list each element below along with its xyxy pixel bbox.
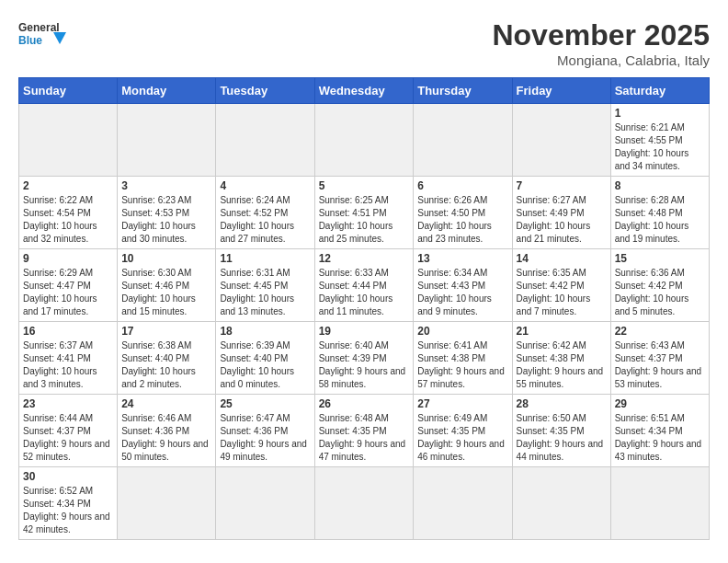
calendar-cell: 28Sunrise: 6:50 AM Sunset: 4:35 PM Dayli… bbox=[512, 395, 610, 467]
calendar-cell bbox=[512, 104, 610, 177]
calendar-week-row: 30Sunrise: 6:52 AM Sunset: 4:34 PM Dayli… bbox=[19, 467, 710, 540]
calendar-cell: 13Sunrise: 6:34 AM Sunset: 4:43 PM Dayli… bbox=[414, 249, 512, 322]
logo-icon: GeneralBlue bbox=[18, 18, 69, 57]
day-number: 10 bbox=[121, 252, 211, 265]
day-info: Sunrise: 6:38 AM Sunset: 4:40 PM Dayligh… bbox=[121, 339, 211, 391]
calendar-cell: 2Sunrise: 6:22 AM Sunset: 4:54 PM Daylig… bbox=[19, 177, 118, 249]
calendar-cell: 17Sunrise: 6:38 AM Sunset: 4:40 PM Dayli… bbox=[118, 322, 216, 395]
day-number: 13 bbox=[417, 252, 507, 265]
day-info: Sunrise: 6:46 AM Sunset: 4:36 PM Dayligh… bbox=[121, 412, 211, 464]
calendar-cell bbox=[414, 467, 512, 540]
day-number: 25 bbox=[220, 397, 310, 410]
day-number: 12 bbox=[319, 252, 410, 265]
calendar-week-row: 23Sunrise: 6:44 AM Sunset: 4:37 PM Dayli… bbox=[19, 395, 710, 467]
calendar-table: SundayMondayTuesdayWednesdayThursdayFrid… bbox=[18, 77, 710, 540]
calendar-header-sunday: Sunday bbox=[19, 78, 118, 104]
calendar-cell: 22Sunrise: 6:43 AM Sunset: 4:37 PM Dayli… bbox=[610, 322, 709, 395]
day-info: Sunrise: 6:25 AM Sunset: 4:51 PM Dayligh… bbox=[319, 194, 410, 246]
calendar-cell: 16Sunrise: 6:37 AM Sunset: 4:41 PM Dayli… bbox=[19, 322, 118, 395]
calendar-header-tuesday: Tuesday bbox=[216, 78, 314, 104]
calendar-cell: 29Sunrise: 6:51 AM Sunset: 4:34 PM Dayli… bbox=[610, 395, 709, 467]
location-subtitle: Mongiana, Calabria, Italy bbox=[492, 52, 710, 68]
day-info: Sunrise: 6:29 AM Sunset: 4:47 PM Dayligh… bbox=[23, 267, 113, 318]
calendar-cell bbox=[512, 467, 610, 540]
day-info: Sunrise: 6:49 AM Sunset: 4:35 PM Dayligh… bbox=[417, 412, 507, 464]
calendar-cell: 6Sunrise: 6:26 AM Sunset: 4:50 PM Daylig… bbox=[414, 177, 512, 249]
calendar-cell bbox=[314, 467, 414, 540]
calendar-cell: 8Sunrise: 6:28 AM Sunset: 4:48 PM Daylig… bbox=[610, 177, 709, 249]
day-number: 3 bbox=[121, 179, 211, 192]
calendar-header-row: SundayMondayTuesdayWednesdayThursdayFrid… bbox=[19, 78, 710, 104]
day-number: 17 bbox=[121, 325, 211, 338]
calendar-cell: 19Sunrise: 6:40 AM Sunset: 4:39 PM Dayli… bbox=[314, 322, 414, 395]
calendar-cell: 11Sunrise: 6:31 AM Sunset: 4:45 PM Dayli… bbox=[216, 249, 314, 322]
day-number: 2 bbox=[23, 179, 113, 192]
day-info: Sunrise: 6:37 AM Sunset: 4:41 PM Dayligh… bbox=[23, 339, 113, 391]
day-number: 5 bbox=[319, 179, 410, 192]
calendar-cell: 21Sunrise: 6:42 AM Sunset: 4:38 PM Dayli… bbox=[512, 322, 610, 395]
calendar-cell bbox=[19, 104, 118, 177]
day-info: Sunrise: 6:48 AM Sunset: 4:35 PM Dayligh… bbox=[319, 412, 410, 464]
svg-text:Blue: Blue bbox=[18, 34, 42, 47]
calendar-cell: 27Sunrise: 6:49 AM Sunset: 4:35 PM Dayli… bbox=[414, 395, 512, 467]
calendar-cell: 20Sunrise: 6:41 AM Sunset: 4:38 PM Dayli… bbox=[414, 322, 512, 395]
day-info: Sunrise: 6:34 AM Sunset: 4:43 PM Dayligh… bbox=[417, 267, 507, 318]
calendar-cell: 23Sunrise: 6:44 AM Sunset: 4:37 PM Dayli… bbox=[19, 395, 118, 467]
calendar-week-row: 16Sunrise: 6:37 AM Sunset: 4:41 PM Dayli… bbox=[19, 322, 710, 395]
svg-text:General: General bbox=[18, 21, 60, 34]
calendar-cell bbox=[118, 104, 216, 177]
day-info: Sunrise: 6:41 AM Sunset: 4:38 PM Dayligh… bbox=[417, 339, 507, 391]
calendar-cell: 14Sunrise: 6:35 AM Sunset: 4:42 PM Dayli… bbox=[512, 249, 610, 322]
calendar-cell bbox=[216, 467, 314, 540]
svg-marker-2 bbox=[53, 32, 66, 44]
day-number: 14 bbox=[517, 252, 607, 265]
calendar-cell bbox=[414, 104, 512, 177]
day-number: 20 bbox=[417, 325, 507, 338]
day-number: 6 bbox=[417, 179, 507, 192]
month-title: November 2025 bbox=[492, 18, 710, 52]
day-info: Sunrise: 6:30 AM Sunset: 4:46 PM Dayligh… bbox=[121, 267, 211, 318]
day-number: 22 bbox=[615, 325, 705, 338]
calendar-cell: 25Sunrise: 6:47 AM Sunset: 4:36 PM Dayli… bbox=[216, 395, 314, 467]
day-info: Sunrise: 6:44 AM Sunset: 4:37 PM Dayligh… bbox=[23, 412, 113, 464]
calendar-header-thursday: Thursday bbox=[414, 78, 512, 104]
day-info: Sunrise: 6:40 AM Sunset: 4:39 PM Dayligh… bbox=[319, 339, 410, 391]
calendar-header-saturday: Saturday bbox=[610, 78, 709, 104]
calendar-header-friday: Friday bbox=[512, 78, 610, 104]
day-number: 19 bbox=[319, 325, 410, 338]
day-info: Sunrise: 6:31 AM Sunset: 4:45 PM Dayligh… bbox=[220, 267, 310, 318]
day-info: Sunrise: 6:28 AM Sunset: 4:48 PM Dayligh… bbox=[615, 194, 705, 246]
page-header: GeneralBlue November 2025 Mongiana, Cala… bbox=[18, 18, 710, 68]
day-info: Sunrise: 6:42 AM Sunset: 4:38 PM Dayligh… bbox=[517, 339, 607, 391]
calendar-cell bbox=[314, 104, 414, 177]
calendar-cell: 24Sunrise: 6:46 AM Sunset: 4:36 PM Dayli… bbox=[118, 395, 216, 467]
day-number: 11 bbox=[220, 252, 310, 265]
logo: GeneralBlue bbox=[18, 18, 69, 57]
day-number: 16 bbox=[23, 325, 113, 338]
calendar-cell bbox=[216, 104, 314, 177]
calendar-cell: 1Sunrise: 6:21 AM Sunset: 4:55 PM Daylig… bbox=[610, 104, 709, 177]
day-info: Sunrise: 6:43 AM Sunset: 4:37 PM Dayligh… bbox=[615, 339, 705, 391]
day-info: Sunrise: 6:35 AM Sunset: 4:42 PM Dayligh… bbox=[517, 267, 607, 318]
day-number: 30 bbox=[23, 470, 113, 483]
day-info: Sunrise: 6:24 AM Sunset: 4:52 PM Dayligh… bbox=[220, 194, 310, 246]
calendar-week-row: 9Sunrise: 6:29 AM Sunset: 4:47 PM Daylig… bbox=[19, 249, 710, 322]
day-info: Sunrise: 6:39 AM Sunset: 4:40 PM Dayligh… bbox=[220, 339, 310, 391]
day-info: Sunrise: 6:52 AM Sunset: 4:34 PM Dayligh… bbox=[23, 485, 113, 536]
day-number: 21 bbox=[517, 325, 607, 338]
calendar-cell: 15Sunrise: 6:36 AM Sunset: 4:42 PM Dayli… bbox=[610, 249, 709, 322]
day-info: Sunrise: 6:51 AM Sunset: 4:34 PM Dayligh… bbox=[615, 412, 705, 464]
calendar-cell: 7Sunrise: 6:27 AM Sunset: 4:49 PM Daylig… bbox=[512, 177, 610, 249]
calendar-cell bbox=[118, 467, 216, 540]
calendar-cell: 12Sunrise: 6:33 AM Sunset: 4:44 PM Dayli… bbox=[314, 249, 414, 322]
day-info: Sunrise: 6:33 AM Sunset: 4:44 PM Dayligh… bbox=[319, 267, 410, 318]
calendar-cell: 26Sunrise: 6:48 AM Sunset: 4:35 PM Dayli… bbox=[314, 395, 414, 467]
day-info: Sunrise: 6:50 AM Sunset: 4:35 PM Dayligh… bbox=[517, 412, 607, 464]
calendar-cell: 18Sunrise: 6:39 AM Sunset: 4:40 PM Dayli… bbox=[216, 322, 314, 395]
day-info: Sunrise: 6:27 AM Sunset: 4:49 PM Dayligh… bbox=[517, 194, 607, 246]
calendar-week-row: 2Sunrise: 6:22 AM Sunset: 4:54 PM Daylig… bbox=[19, 177, 710, 249]
day-number: 1 bbox=[615, 107, 705, 120]
calendar-header-monday: Monday bbox=[118, 78, 216, 104]
title-block: November 2025 Mongiana, Calabria, Italy bbox=[492, 18, 710, 68]
day-number: 26 bbox=[319, 397, 410, 410]
